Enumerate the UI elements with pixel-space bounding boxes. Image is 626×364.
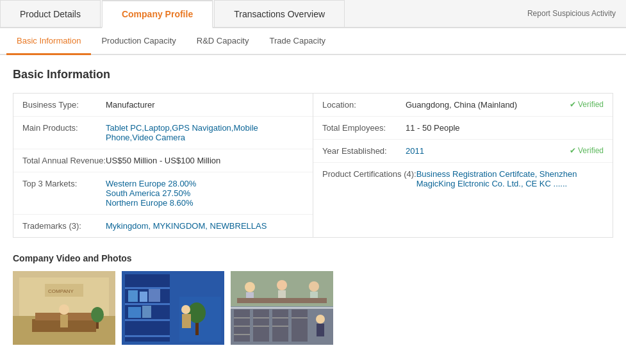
svg-rect-51 [317,324,324,336]
value-employees: 11 - 50 People [406,123,604,133]
info-row-location: Location: Guangdong, China (Mainland) Ve… [313,94,613,117]
svg-rect-48 [292,310,308,342]
info-right-column: Location: Guangdong, China (Mainland) Ve… [313,94,613,237]
svg-rect-27 [182,314,191,328]
label-main-products: Main Products: [22,123,106,133]
info-row-main-products: Main Products: Tablet PC,Laptop,GPS Navi… [13,117,313,149]
svg-point-8 [91,307,104,322]
label-year-established: Year Established: [322,146,406,156]
svg-rect-44 [253,326,269,327]
label-business-type: Business Type: [22,100,106,110]
label-location: Location: [322,100,406,110]
svg-point-32 [277,280,287,290]
tab-company-profile[interactable]: Company Profile [102,0,213,28]
main-content: Basic Information Business Type: Manufac… [0,55,626,358]
market-1-link[interactable]: Western Europe 28.00% [106,179,196,188]
subtab-basic-information[interactable]: Basic Information [6,28,91,55]
svg-point-26 [181,305,190,314]
value-trademarks: Mykingdom, MYKINGDOM, NEWBRELLAS [106,221,304,231]
value-year-established: 2011 [406,146,564,156]
value-top-markets: Western Europe 28.00% South America 27.5… [106,179,304,208]
info-row-certifications: Product Certifications (4): Business Reg… [313,163,613,195]
svg-rect-49 [292,317,308,318]
info-row-annual-revenue: Total Annual Revenue: US$50 Million - US… [13,149,313,172]
section-title: Basic Information [13,68,613,81]
label-certifications: Product Certifications (4): [322,169,416,179]
value-business-type: Manufacturer [106,100,304,110]
svg-rect-46 [272,317,288,318]
subtab-production-capacity[interactable]: Production Capacity [91,28,186,55]
info-row-employees: Total Employees: 11 - 50 People [313,117,613,140]
value-main-products: Tablet PC,Laptop,GPS Navigation,Mobile P… [106,123,304,142]
svg-rect-6 [60,315,68,327]
subtab-rd-capacity[interactable]: R&D Capacity [186,28,259,55]
main-products-link[interactable]: Tablet PC,Laptop,GPS Navigation,Mobile P… [106,123,258,142]
photo-2[interactable] [122,271,224,345]
media-section: Company Video and Photos [13,253,613,345]
report-suspicious-activity-button[interactable]: Report Suspicious Activity [517,0,626,27]
label-trademarks: Trademarks (3): [22,221,106,231]
svg-point-5 [59,304,69,315]
top-tab-bar: Product Details Company Profile Transact… [0,0,626,28]
tab-transactions-overview[interactable]: Transactions Overview [214,0,345,27]
svg-point-34 [309,281,319,292]
value-location: Guangdong, China (Mainland) [406,100,564,110]
svg-rect-52 [231,307,333,309]
info-row-trademarks: Trademarks (3): Mykingdom, MYKINGDOM, NE… [13,215,313,237]
year-verified-badge: Verified [570,146,604,155]
trademarks-link[interactable]: Mykingdom, MYKINGDOM, NEWBRELLAS [106,221,267,231]
svg-rect-21 [128,307,141,318]
value-annual-revenue: US$50 Million - US$100 Million [106,156,304,165]
sub-tab-bar: Basic Information Production Capacity R&… [0,28,626,55]
svg-rect-39 [234,317,250,318]
svg-rect-43 [253,317,269,318]
photo-1[interactable]: COMPANY [13,271,115,345]
svg-rect-14 [125,287,170,289]
info-row-year-established: Year Established: 2011 Verified [313,140,613,163]
info-left-column: Business Type: Manufacturer Main Product… [13,94,313,237]
photo-2-image [122,271,224,345]
certifications-link[interactable]: Business Registration Certifcate, Shenzh… [416,169,577,188]
svg-rect-20 [149,289,160,302]
market-2-link[interactable]: South America 27.50% [106,188,190,198]
label-annual-revenue: Total Annual Revenue: [22,156,106,165]
svg-rect-36 [237,298,327,303]
svg-rect-47 [272,326,288,327]
svg-rect-19 [140,292,147,302]
photo-1-image: COMPANY [13,271,115,345]
photo-3-image [231,271,333,345]
location-verified-badge: Verified [570,100,604,109]
svg-rect-18 [128,290,138,302]
info-row-top-markets: Top 3 Markets: Western Europe 28.00% Sou… [13,172,313,215]
svg-rect-16 [125,319,170,321]
svg-text:COMPANY: COMPANY [48,288,74,294]
svg-point-30 [245,282,255,292]
basic-info-table: Business Type: Manufacturer Main Product… [13,93,613,238]
year-established-link[interactable]: 2011 [406,146,424,156]
label-employees: Total Employees: [322,123,406,133]
svg-rect-40 [234,326,250,327]
svg-rect-17 [125,335,170,337]
tab-product-details[interactable]: Product Details [0,0,101,27]
photo-3[interactable] [231,271,333,345]
subtab-trade-capacity[interactable]: Trade Capacity [259,28,336,55]
label-top-markets: Top 3 Markets: [22,179,106,188]
value-certifications: Business Registration Certifcate, Shenzh… [416,169,604,188]
media-section-title: Company Video and Photos [13,253,613,263]
svg-point-50 [316,315,325,324]
svg-rect-15 [125,303,170,305]
svg-rect-41 [234,334,250,335]
info-row-business-type: Business Type: Manufacturer [13,94,313,117]
market-3-link[interactable]: Northern Europe 8.60% [106,198,194,208]
svg-rect-22 [142,306,151,318]
photo-grid: COMPANY [13,271,613,345]
